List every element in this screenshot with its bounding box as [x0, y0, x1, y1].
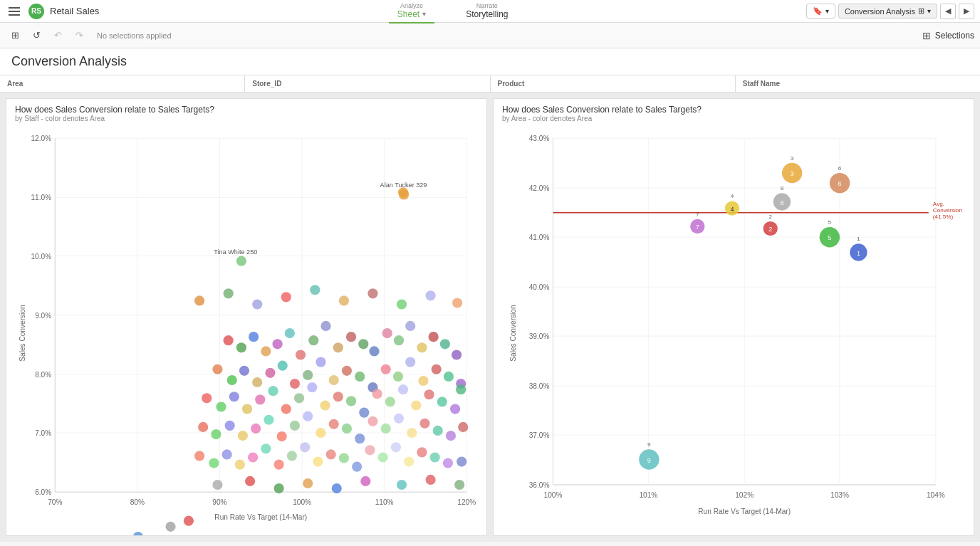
svg-point-53: [278, 361, 288, 371]
chart-left-area: Sales Conversion 6.0% 7.0% 8.0% 9.0% 10.…: [6, 124, 486, 535]
svg-point-137: [133, 532, 143, 535]
svg-point-73: [268, 386, 278, 396]
svg-point-35: [308, 335, 318, 345]
svg-point-157: [399, 189, 409, 199]
svg-point-56: [316, 357, 325, 367]
svg-text:10.0%: 10.0%: [31, 253, 51, 261]
filter-area[interactable]: Area: [0, 75, 245, 92]
next-btn[interactable]: ▶: [959, 4, 974, 19]
chart-panel-right: How does Sales Conversion relate to Sale…: [493, 98, 974, 536]
prev-btn[interactable]: ◀: [940, 4, 956, 19]
avg-label: Avg.: [933, 201, 944, 207]
svg-point-48: [212, 364, 222, 374]
bubble-5-label: 5: [828, 234, 831, 241]
chart-left-y-label: Sales Conversion: [19, 305, 26, 361]
toolbar-forward-btn[interactable]: ↷: [70, 26, 88, 45]
tab-analyze-sub: Sheet: [397, 9, 419, 19]
current-view-btn[interactable]: Conversion Analysis ⊞ ▾: [838, 4, 937, 19]
svg-text:103%: 103%: [830, 491, 849, 499]
svg-point-135: [425, 475, 435, 485]
svg-point-156: [457, 456, 466, 466]
tab-analyze[interactable]: Analyze Sheet ▾: [389, 0, 434, 23]
svg-point-46: [440, 339, 450, 349]
tab-narrate[interactable]: Narrate Storytelling: [457, 0, 516, 23]
svg-point-103: [394, 414, 404, 424]
svg-point-133: [360, 476, 370, 486]
bubble-7-label: 7: [696, 224, 699, 231]
svg-point-66: [444, 372, 454, 382]
svg-point-147: [281, 292, 291, 302]
avg-label2: Conversion: [933, 207, 962, 214]
svg-text:100%: 100%: [293, 498, 311, 506]
filter-product[interactable]: Product: [491, 75, 736, 92]
view-dropdown[interactable]: ▾: [927, 7, 931, 15]
svg-text:90%: 90%: [212, 498, 226, 506]
svg-text:36.0%: 36.0%: [529, 481, 550, 489]
bubble-1-num: 1: [857, 236, 860, 242]
svg-text:8.0%: 8.0%: [35, 371, 51, 379]
tab-analyze-dropdown[interactable]: ▾: [422, 10, 426, 18]
bubble-8-num: 8: [781, 185, 784, 191]
bookmark-btn[interactable]: 🔖 ▾: [806, 4, 835, 19]
bubble-4-num: 4: [731, 193, 734, 199]
svg-point-130: [274, 483, 284, 493]
bubble-6-label: 6: [838, 180, 842, 187]
bubble-3-num: 3: [791, 155, 794, 162]
dot-tina[interactable]: [236, 256, 246, 266]
svg-point-149: [339, 295, 349, 305]
svg-text:41.0%: 41.0%: [529, 233, 550, 241]
svg-point-72: [255, 394, 265, 404]
svg-point-114: [274, 460, 284, 470]
svg-point-122: [378, 452, 388, 462]
svg-point-64: [418, 376, 428, 386]
svg-point-124: [404, 456, 414, 466]
svg-point-71: [242, 404, 252, 414]
chart-right-x-label: Run Rate Vs Target (14-Mar): [698, 508, 791, 515]
svg-point-81: [372, 389, 382, 399]
toolbar: ⊞ ↺ ↶ ↷ No selections applied ⊞ Selectio…: [0, 23, 980, 48]
svg-point-113: [261, 443, 271, 453]
svg-point-50: [239, 366, 249, 376]
hamburger-menu[interactable]: [6, 4, 23, 19]
svg-text:110%: 110%: [375, 498, 394, 506]
bubble-9-num: 9: [647, 441, 651, 448]
chart-right-title: How does Sales Conversion relate to Sale…: [502, 105, 965, 115]
svg-point-139: [184, 516, 194, 526]
svg-point-132: [332, 483, 342, 493]
scatter-dots[interactable]: [133, 189, 469, 535]
main-content: How does Sales Conversion relate to Sale…: [0, 93, 980, 542]
bookmark-dropdown[interactable]: ▾: [825, 7, 829, 15]
svg-point-45: [429, 332, 439, 342]
svg-point-70: [229, 392, 239, 401]
toolbar-refresh-btn[interactable]: ↺: [27, 26, 46, 45]
scatter-right-svg: Sales Conversion 36.0% 37.0% 38.0% 39.0%: [494, 124, 974, 535]
chart-right-y-label: Sales Conversion: [509, 305, 517, 361]
svg-point-97: [316, 428, 325, 438]
svg-point-89: [211, 429, 221, 439]
toolbar-grid-btn[interactable]: ⊞: [6, 26, 24, 45]
svg-point-83: [398, 384, 408, 394]
bubble-2-label: 2: [768, 226, 772, 233]
bubble-6-num: 6: [838, 165, 842, 172]
scatter-left-svg: Sales Conversion 6.0% 7.0% 8.0% 9.0% 10.…: [6, 124, 486, 535]
selections-label[interactable]: Selections: [935, 31, 974, 41]
svg-point-29: [236, 342, 246, 352]
filter-store-id[interactable]: Store_ID: [245, 75, 490, 92]
svg-point-116: [300, 442, 310, 452]
toolbar-back-btn[interactable]: ↶: [48, 26, 67, 45]
svg-point-58: [342, 366, 352, 376]
svg-point-148: [310, 285, 320, 295]
svg-point-145: [224, 288, 234, 298]
svg-point-85: [424, 389, 434, 399]
svg-point-69: [216, 401, 226, 411]
svg-point-126: [430, 452, 440, 462]
svg-point-77: [320, 400, 330, 410]
filter-product-label: Product: [498, 80, 728, 88]
app-name: Retail Sales: [50, 6, 99, 16]
chart-left-x-label: Run Rate Vs Target (14-Mar): [214, 513, 307, 521]
filter-staff-name[interactable]: Staff Name: [736, 75, 980, 92]
svg-point-112: [248, 452, 258, 462]
svg-point-118: [326, 449, 336, 459]
svg-point-94: [277, 431, 287, 441]
svg-point-31: [261, 346, 271, 356]
